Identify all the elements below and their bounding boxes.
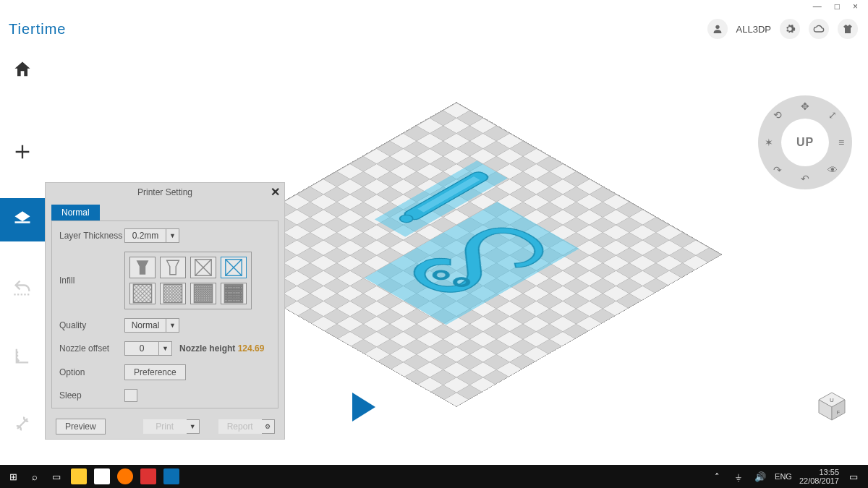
cloud-icon[interactable] [809,19,829,39]
label-infill: Infill [59,275,124,286]
nozzle-offset-select[interactable]: 0 ▼ [124,341,172,356]
sidebar-measure[interactable] [0,334,45,377]
sidebar-tools[interactable] [0,402,45,445]
tray-chevron-icon[interactable]: ˄ [710,469,724,484]
window-maximize[interactable]: □ [835,1,840,13]
label-sleep: Sleep [59,390,124,401]
move-icon[interactable]: ✥ [797,98,813,114]
window-close[interactable]: × [853,1,858,13]
chevron-down-icon[interactable]: ▼ [166,228,179,243]
clock-date: 22/08/2017 [799,476,839,485]
svg-rect-14 [163,284,182,302]
gear-icon[interactable]: ⚙ [262,419,275,434]
wifi-icon[interactable]: ⏚ [731,469,746,484]
svg-rect-13 [133,284,151,302]
chevron-down-icon[interactable]: ▼ [159,341,172,356]
infill-cross-selected[interactable] [221,257,247,278]
notifications-icon[interactable]: ▭ [846,469,861,484]
infill-grid-3[interactable] [190,283,216,304]
close-icon[interactable]: ✕ [271,185,280,199]
taskbar-app-red[interactable] [140,468,156,484]
printer-setting-panel: Printer Setting ✕ Normal Layer Thickness… [45,182,285,440]
svg-point-1 [432,270,450,281]
undo-icon[interactable]: ↶ [797,171,813,187]
infill-cross[interactable] [190,257,216,278]
report-button[interactable]: Report ⚙ [218,419,275,434]
clock[interactable]: 13:55 22/08/2017 [799,468,839,485]
quality-value: Normal [124,318,166,333]
windows-taskbar: ⊞ ⌕ ▭ ˄ ⏚ 🔊 ENG 13:55 22/08/2017 ▭ [0,465,868,488]
play-button[interactable] [352,393,375,421]
chevron-down-icon[interactable]: ▼ [187,419,200,434]
taskbar-app-store[interactable] [94,468,110,484]
taskbar-app-firefox[interactable] [117,468,133,484]
preview-button[interactable]: Preview [56,419,106,435]
chevron-down-icon[interactable]: ▼ [166,318,179,333]
infill-options [124,252,252,309]
brand-logo: Tiertime [9,21,66,38]
user-label: ALL3DP [736,24,771,35]
panel-title-text: Printer Setting [137,187,192,197]
shirt-icon[interactable] [838,19,858,39]
menu-icon[interactable]: ≡ [833,134,849,150]
start-button[interactable]: ⊞ [6,469,20,484]
infill-grid-2[interactable] [160,283,186,304]
sidebar-undo[interactable] [0,266,45,309]
window-minimize[interactable]: — [813,1,822,13]
app-header: Tiertime ALL3DP [0,14,868,43]
infill-vase-hollow[interactable] [160,257,186,278]
label-option: Option [59,367,124,377]
sidebar-home[interactable] [0,48,45,91]
nozzle-height-value: 124.69 [238,343,265,354]
label-quality: Quality [59,320,124,330]
clock-time: 13:55 [799,468,839,476]
nav-wheel: UP ✥ ⤢ ≡ 👁 ↶ ↷ ✶ ⟲ [758,95,852,189]
svg-text:F: F [837,410,840,415]
label-nozzle-offset: Nozzle offset [59,343,124,354]
rotate-icon[interactable]: ⟲ [770,107,786,123]
layer-thickness-select[interactable]: 0.2mm ▼ [124,228,271,243]
svg-text:U: U [830,397,834,403]
redo-icon[interactable]: ↷ [770,162,786,178]
language-indicator[interactable]: ENG [775,472,792,481]
eye-icon[interactable]: 👁 [825,162,841,178]
infill-grid-4[interactable] [221,283,247,304]
taskbar-app-explorer[interactable] [71,468,87,484]
nav-hub[interactable]: UP [781,119,829,166]
preference-button[interactable]: Preference [124,364,186,380]
svg-rect-16 [224,284,242,302]
infill-vase-solid[interactable] [129,257,156,278]
settings-gear-icon[interactable] [780,19,800,39]
orientation-cube[interactable]: UF [816,390,848,421]
scale-icon[interactable]: ⤢ [825,107,841,123]
nozzle-offset-value: 0 [124,341,159,356]
panel-title: Printer Setting ✕ [46,183,284,202]
fit-icon[interactable]: ✶ [761,134,777,150]
volume-icon[interactable]: 🔊 [753,469,767,484]
sidebar-print[interactable] [0,198,45,241]
sleep-checkbox[interactable] [124,389,137,402]
left-sidebar [0,43,45,463]
search-icon[interactable]: ⌕ [27,469,42,484]
quality-select[interactable]: Normal ▼ [124,318,271,333]
label-layer-thickness: Layer Thickness [59,231,124,241]
svg-point-0 [715,25,719,29]
taskbar-app-up[interactable] [163,468,179,484]
nozzle-height-label: Nozzle height [179,343,235,354]
sidebar-add[interactable] [0,130,45,174]
svg-rect-15 [194,284,212,302]
print-button[interactable]: Print ▼ [143,419,200,434]
infill-grid-1[interactable] [129,283,156,304]
user-icon[interactable] [707,19,728,39]
tab-normal[interactable]: Normal [51,205,100,221]
task-view-icon[interactable]: ▭ [49,469,64,484]
layer-thickness-value: 0.2mm [124,228,166,243]
